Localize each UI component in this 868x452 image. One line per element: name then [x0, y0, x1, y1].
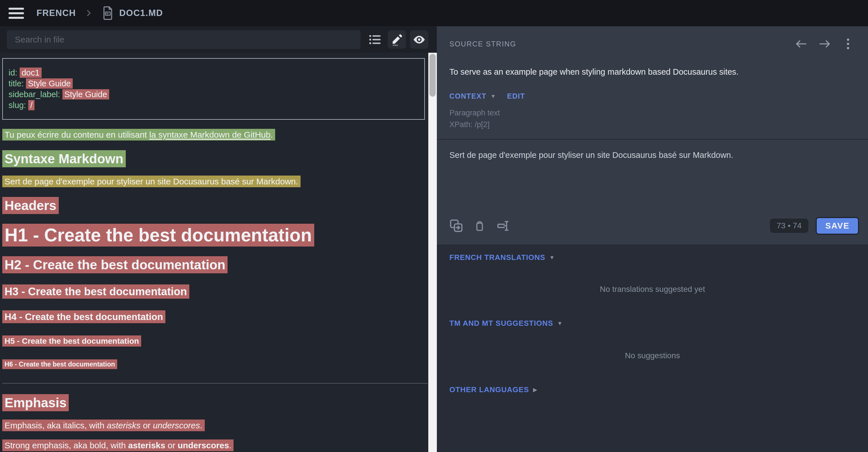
github-markdown-link[interactable]: la syntaxe Markdown de GitHub	[149, 130, 271, 139]
file-toolbar	[0, 26, 437, 53]
document-preview: id: doc1 title: Style Guide sidebar_labe…	[0, 53, 437, 452]
frontmatter-line[interactable]: sidebar_label: Style Guide	[8, 89, 418, 100]
edit-context-button[interactable]: EDIT	[507, 92, 525, 100]
string-h4[interactable]: H4 - Create the best documentation	[2, 312, 433, 322]
translation-panel: SOURCE STRING To serve as an example	[437, 26, 868, 452]
string-current-selected[interactable]: Sert de page d'exemple pour styliser un …	[2, 177, 433, 186]
more-options-button[interactable]	[841, 36, 856, 51]
frontmatter-line[interactable]: id: doc1	[8, 67, 418, 78]
chevron-right-icon	[84, 9, 93, 18]
breadcrumb: FRENCH M↓ DOC1.MD	[36, 5, 163, 21]
list-icon	[369, 33, 382, 46]
arrow-left-icon	[795, 39, 808, 49]
menu-icon[interactable]	[8, 8, 24, 19]
caret-right-icon: ▶	[533, 386, 537, 393]
caret-down-icon: ▼	[549, 255, 555, 261]
document-scrollbar[interactable]	[428, 53, 437, 452]
file-panel: id: doc1 title: Style Guide sidebar_labe…	[0, 26, 437, 452]
string-h6[interactable]: H6 - Create the best documentation	[2, 360, 433, 368]
horizontal-rule	[2, 383, 428, 384]
svg-text:M↓: M↓	[106, 12, 110, 15]
char-counter: 73 • 74	[770, 219, 809, 233]
translations-empty-state: No translations suggested yet	[450, 285, 856, 294]
string-emphasis[interactable]: Emphasis, aka italics, with asterisks or…	[2, 421, 433, 430]
app-root: FRENCH M↓ DOC1.MD	[0, 0, 868, 452]
translation-toolbar: 73 • 74 SAVE	[437, 207, 868, 245]
tm-mt-suggestions-toggle[interactable]: TM AND MT SUGGESTIONS ▼	[450, 319, 563, 328]
frontmatter-line[interactable]: slug: /	[8, 100, 418, 110]
arrow-right-icon	[818, 39, 831, 49]
string-h1[interactable]: H1 - Create the best documentation	[2, 225, 433, 246]
french-translations-toggle[interactable]: FRENCH TRANSLATIONS ▼	[450, 253, 555, 262]
suggestions-section: FRENCH TRANSLATIONS ▼ No translations su…	[437, 245, 868, 452]
string-h5[interactable]: H5 - Create the best documentation	[2, 336, 433, 346]
string-h2-syntaxe[interactable]: Syntaxe Markdown	[2, 151, 433, 166]
context-xpath: XPath: /p[2]	[450, 119, 856, 131]
string-list-button[interactable]	[367, 31, 384, 48]
scrollbar-thumb[interactable]	[429, 54, 436, 97]
main-area: id: doc1 title: Style Guide sidebar_labe…	[0, 26, 868, 452]
string-h2-emphasis[interactable]: Emphasis	[2, 395, 433, 410]
source-text: To serve as an example page when styling…	[450, 67, 856, 77]
context-toggle[interactable]: CONTEXT ▼	[450, 92, 496, 100]
translation-input[interactable]: Sert de page d'exemple pour styliser un …	[437, 140, 868, 207]
search-input[interactable]	[7, 30, 361, 49]
pencil-icon	[391, 33, 403, 46]
preview-mode-button[interactable]	[410, 31, 428, 49]
copy-source-icon	[449, 219, 463, 233]
string-h3[interactable]: H3 - Create the best documentation	[2, 286, 433, 298]
caret-down-icon: ▼	[491, 93, 496, 99]
breadcrumb-project[interactable]: FRENCH	[36, 8, 76, 18]
breadcrumb-file[interactable]: DOC1.MD	[119, 8, 163, 18]
tm-empty-state: No suggestions	[450, 351, 856, 360]
markdown-file-icon: M↓	[101, 5, 115, 21]
previous-string-button[interactable]	[794, 36, 809, 51]
eye-icon	[412, 33, 426, 46]
translation-text: Sert de page d'exemple pour styliser un …	[450, 151, 856, 160]
string-h2-headers[interactable]: Headers	[2, 198, 433, 213]
frontmatter-block: id: doc1 title: Style Guide sidebar_labe…	[2, 58, 425, 120]
context-type: Paragraph text	[450, 107, 856, 119]
edit-mode-button[interactable]	[388, 31, 406, 49]
string-strong[interactable]: Strong emphasis, aka bold, with asterisk…	[2, 441, 433, 450]
frontmatter-line[interactable]: title: Style Guide	[8, 78, 418, 89]
source-string-card: SOURCE STRING To serve as an example	[437, 26, 868, 140]
text-cursor-icon	[496, 219, 510, 233]
other-languages-toggle[interactable]: OTHER LANGUAGES ▶	[450, 385, 537, 394]
next-string-button[interactable]	[817, 36, 832, 51]
kebab-menu-icon	[843, 38, 853, 50]
trash-icon	[473, 219, 486, 232]
select-text-button[interactable]	[494, 217, 512, 234]
topbar: FRENCH M↓ DOC1.MD	[0, 0, 868, 26]
source-string-label: SOURCE STRING	[450, 40, 516, 48]
string-h2[interactable]: H2 - Create the best documentation	[2, 257, 433, 272]
save-button[interactable]: SAVE	[816, 217, 859, 234]
string-intro[interactable]: Tu peux écrire du contenu en utilisant l…	[2, 130, 433, 140]
caret-down-icon: ▼	[557, 320, 563, 327]
copy-source-button[interactable]	[448, 217, 465, 234]
clear-translation-button[interactable]	[471, 217, 488, 234]
